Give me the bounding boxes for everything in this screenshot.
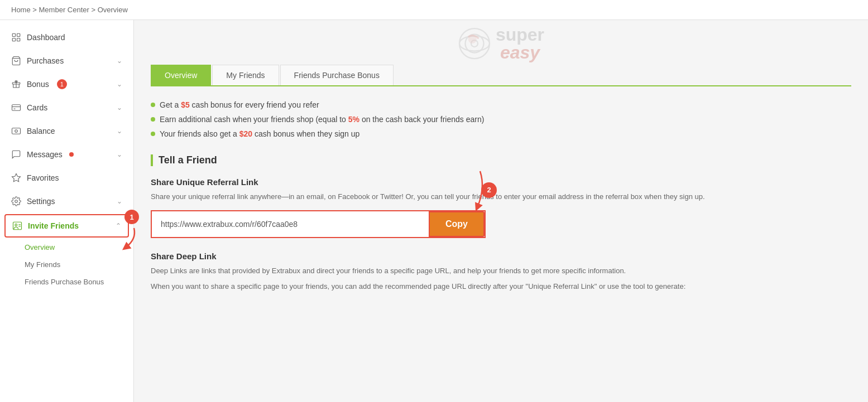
sidebar-item-balance[interactable]: Balance ⌄ [0, 119, 133, 143]
tab-friends-purchase-bonus[interactable]: Friends Purchase Bonus [280, 65, 394, 85]
bullet-dot [151, 132, 155, 136]
settings-icon [11, 196, 21, 206]
sidebar-item-cards[interactable]: Cards ⌄ [0, 96, 133, 119]
logo-super: super [496, 26, 544, 43]
sidebar-item-left: Cards [11, 103, 47, 113]
sidebar-item-left: Balance [11, 126, 55, 136]
message-icon [11, 149, 21, 159]
share-unique-title: Share Unique Referral Link [151, 177, 851, 187]
copy-button[interactable]: Copy [429, 211, 485, 237]
svg-rect-6 [12, 105, 21, 111]
bonus-badge: 1 [57, 79, 67, 89]
sidebar-item-label: Cards [27, 103, 47, 112]
chevron-down-icon: ⌄ [117, 127, 122, 135]
deep-link-description-1: Deep Links are links that provided by Ex… [151, 265, 851, 277]
sidebar-item-label: Balance [27, 127, 55, 135]
sidebar-item-messages[interactable]: Messages ⌄ [0, 143, 133, 166]
chevron-up-icon: ⌃ [116, 222, 121, 230]
svg-rect-9 [12, 128, 21, 134]
submenu-item-friends-purchase-bonus[interactable]: Friends Purchase Bonus [25, 273, 133, 290]
chevron-down-icon: ⌄ [117, 104, 122, 112]
breadcrumb-home[interactable]: Home [11, 6, 31, 14]
dashboard-icon [11, 32, 21, 42]
benefit-highlight-3: $20 [239, 129, 252, 138]
svg-rect-3 [17, 38, 20, 41]
sidebar: Dashboard Purchases ⌄ [0, 20, 134, 402]
submenu-item-my-friends[interactable]: My Friends [25, 256, 133, 273]
deep-link-description-2: When you want to share a specific page t… [151, 281, 851, 293]
messages-notification-dot [69, 152, 74, 157]
share-deep-section: Share Deep Link Deep Links are links tha… [151, 251, 851, 293]
share-unique-section: Share Unique Referral Link Share your un… [151, 177, 851, 238]
svg-rect-1 [17, 33, 20, 36]
chevron-down-icon: ⌄ [117, 197, 122, 205]
svg-point-18 [459, 28, 490, 59]
page-wrapper: Home > Member Center > Overview Dashboar… [0, 0, 868, 402]
tab-my-friends[interactable]: My Friends [212, 65, 279, 85]
benefit-item-1: Get a $5 cash bonus for every friend you… [151, 98, 851, 112]
chevron-down-icon: ⌄ [117, 151, 122, 158]
tab-overview[interactable]: Overview [151, 65, 211, 85]
svg-rect-2 [12, 38, 15, 41]
balance-icon [11, 126, 21, 136]
chevron-down-icon: ⌄ [117, 57, 122, 65]
sidebar-item-label: Dashboard [27, 33, 65, 42]
sidebar-item-label: Invite Friends [28, 221, 79, 230]
star-icon [11, 173, 21, 183]
sidebar-item-left: Bonus 1 [11, 79, 67, 89]
benefit-highlight-2: 5% [348, 115, 359, 124]
section-title: Tell a Friend [151, 154, 851, 166]
benefit-highlight-1: $5 [181, 100, 190, 109]
gift-icon [11, 79, 21, 89]
logo-text: super easy [496, 26, 544, 61]
sidebar-item-left: Settings [11, 196, 55, 206]
sidebar-item-label: Bonus [27, 80, 49, 89]
referral-link-row: 2 Copy [151, 210, 486, 238]
sidebar-item-label: Purchases [27, 56, 64, 65]
logo-easy: easy [496, 43, 544, 61]
breadcrumb-member-center[interactable]: Member Center [39, 6, 89, 14]
annotation-circle-1: 1 [124, 210, 139, 224]
invite-friends-submenu: Overview My Friends Friends Purchase Bon… [0, 239, 133, 290]
sidebar-item-bonus[interactable]: Bonus 1 ⌄ [0, 72, 133, 96]
sidebar-item-left: Purchases [11, 56, 64, 66]
person-icon [12, 221, 22, 231]
benefit-item-2: Earn additional cash when your friends s… [151, 112, 851, 127]
sidebar-item-invite-friends[interactable]: Invite Friends ⌃ [4, 214, 129, 238]
benefit-item-3: Your friends also get a $20 cash bonus w… [151, 127, 851, 141]
sidebar-item-label: Messages [27, 150, 63, 159]
submenu-item-overview[interactable]: Overview [25, 239, 133, 256]
card-icon [11, 103, 21, 113]
svg-point-10 [15, 130, 18, 133]
tabs-container: Overview My Friends Friends Purchase Bon… [151, 65, 851, 86]
referral-link-wrapper: Copy [151, 210, 486, 238]
svg-marker-11 [12, 174, 21, 182]
logo-watermark: super easy [151, 20, 851, 65]
breadcrumb-sep1: > [32, 6, 39, 14]
benefits-list: Get a $5 cash bonus for every friend you… [151, 98, 851, 141]
svg-point-15 [15, 224, 17, 226]
breadcrumb-overview: Overview [98, 6, 128, 14]
annotation-circle-2: 2 [481, 182, 497, 198]
tell-a-friend-section: Tell a Friend Share Unique Referral Link… [151, 154, 851, 293]
sidebar-item-settings[interactable]: Settings ⌄ [0, 190, 133, 213]
share-unique-description: Share your unique referral link anywhere… [151, 191, 851, 202]
breadcrumb-sep2: > [91, 6, 97, 14]
sidebar-item-left: Favorites [11, 173, 59, 183]
svg-rect-0 [12, 33, 15, 36]
breadcrumb: Home > Member Center > Overview [0, 0, 868, 20]
logo-icon [458, 27, 491, 60]
sidebar-item-left: Dashboard [11, 32, 65, 42]
content-area: super easy Overview My Friends Friends P… [134, 20, 868, 402]
sidebar-item-purchases[interactable]: Purchases ⌄ [0, 49, 133, 72]
main-layout: Dashboard Purchases ⌄ [0, 20, 868, 402]
referral-link-input[interactable] [152, 211, 429, 237]
chevron-down-icon: ⌄ [117, 80, 122, 88]
deep-link-title: Share Deep Link [151, 251, 851, 261]
sidebar-item-left: Messages [11, 149, 74, 159]
svg-point-22 [468, 35, 477, 43]
bullet-dot [151, 117, 155, 122]
sidebar-item-dashboard[interactable]: Dashboard [0, 26, 133, 49]
sidebar-item-favorites[interactable]: Favorites [0, 166, 133, 190]
svg-rect-14 [13, 222, 22, 230]
